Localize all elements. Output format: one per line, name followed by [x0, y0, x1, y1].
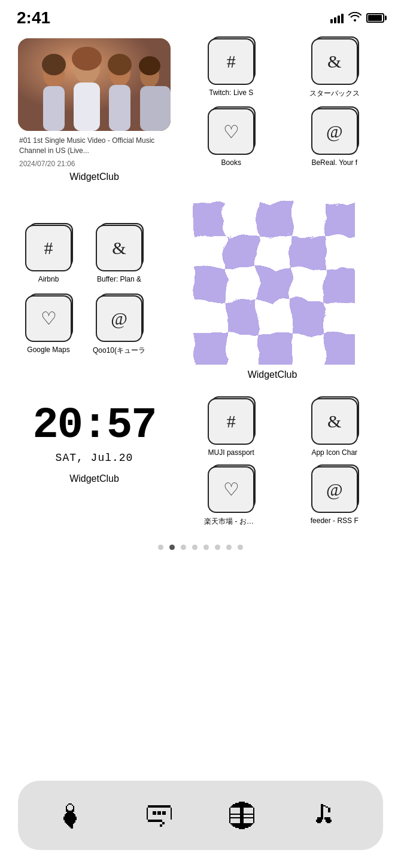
- svg-rect-59: [148, 820, 162, 822]
- svg-rect-23: [190, 266, 223, 299]
- page-dot-4[interactable]: [203, 545, 209, 550]
- svg-rect-61: [160, 824, 162, 827]
- app-label-bereal: BeReal. Your f: [311, 158, 357, 167]
- svg-rect-4: [74, 82, 100, 131]
- svg-rect-42: [73, 806, 74, 809]
- svg-rect-39: [67, 805, 68, 806]
- video-widget-label: WidgetClub: [18, 172, 171, 182]
- svg-point-12: [139, 56, 160, 75]
- video-widget[interactable]: #01 1st Single Music Video - Official Mu…: [18, 38, 171, 182]
- app-item-starbucks[interactable]: & スターバックス: [286, 38, 384, 99]
- app-icon-buffer[interactable]: &: [96, 225, 142, 271]
- app-icon-airbnb[interactable]: #: [25, 225, 72, 271]
- svg-rect-53: [68, 825, 73, 826]
- video-date: 2024/07/20 21:06: [19, 160, 169, 168]
- svg-rect-37: [322, 332, 355, 365]
- app-label-muji: MUJI passport: [208, 448, 254, 457]
- svg-rect-34: [223, 332, 256, 365]
- app-icon-muji[interactable]: #: [208, 398, 254, 445]
- svg-point-11: [108, 54, 132, 75]
- video-description: #01 1st Single Music Video - Official Mu…: [19, 136, 169, 156]
- dock: [18, 781, 383, 850]
- svg-rect-24: [223, 266, 256, 299]
- app-icon-bereal[interactable]: @: [311, 108, 358, 155]
- svg-rect-26: [289, 266, 322, 299]
- svg-rect-19: [223, 233, 256, 266]
- svg-rect-16: [289, 200, 322, 233]
- page-dot-6[interactable]: [226, 545, 232, 550]
- svg-rect-18: [190, 233, 223, 266]
- page-dots: [0, 545, 401, 550]
- svg-rect-17: [322, 200, 355, 233]
- checkerboard-widget[interactable]: WidgetClub: [162, 200, 383, 380]
- svg-rect-52: [67, 824, 73, 825]
- dock-safari[interactable]: [218, 791, 266, 839]
- svg-rect-71: [253, 808, 254, 823]
- video-thumbnail: [18, 38, 171, 131]
- dock-phone[interactable]: [53, 791, 101, 839]
- svg-rect-49: [63, 817, 77, 820]
- svg-rect-28: [190, 299, 223, 332]
- app-item-rakuten[interactable]: ♡ 楽天市場 - お買い: [183, 466, 280, 527]
- app-item-airbnb[interactable]: # Airbnb: [18, 225, 79, 283]
- status-icons: [330, 12, 384, 25]
- app-icon-twitch[interactable]: #: [208, 38, 254, 85]
- video-info: #01 1st Single Music Video - Official Mu…: [18, 131, 171, 168]
- app-icon-maps[interactable]: ♡: [25, 295, 72, 342]
- svg-rect-47: [66, 813, 74, 814]
- svg-rect-54: [69, 826, 73, 827]
- app-icon-feeder[interactable]: @: [311, 466, 358, 513]
- svg-rect-91: [327, 822, 330, 823]
- svg-rect-8: [140, 86, 171, 131]
- svg-rect-31: [289, 299, 322, 332]
- svg-rect-43: [66, 809, 68, 812]
- svg-rect-65: [239, 802, 245, 803]
- app-item-bereal[interactable]: @ BeReal. Your f: [286, 108, 384, 167]
- app-label-buffer: Buffer: Plan &: [97, 275, 141, 283]
- clock-widget[interactable]: 20:57 SAT, Jul.20 WidgetClub: [18, 398, 171, 484]
- app-icon-qoo10[interactable]: @: [96, 295, 142, 342]
- app-item-muji[interactable]: # MUJI passport: [183, 398, 280, 457]
- app-item-maps[interactable]: ♡ Google Maps: [18, 295, 79, 356]
- page-dot-5[interactable]: [215, 545, 220, 550]
- clock-label: WidgetClub: [69, 473, 119, 484]
- app-grid-section3: # MUJI passport & App Icon Char ♡ 楽天市場 -…: [183, 398, 383, 527]
- svg-rect-84: [328, 809, 330, 812]
- app-item-qoo10[interactable]: @ Qoo10(キューラ: [89, 295, 150, 356]
- app-icon-rakuten[interactable]: ♡: [208, 466, 254, 513]
- chat-icon: [144, 800, 174, 830]
- app-item-twitch[interactable]: # Twitch: Live S: [183, 38, 280, 99]
- app-item-buffer[interactable]: & Buffer: Plan &: [89, 225, 150, 283]
- app-item-appicon[interactable]: & App Icon Char: [286, 398, 384, 457]
- dock-messages[interactable]: [135, 791, 183, 839]
- section1: #01 1st Single Music Video - Official Mu…: [18, 38, 383, 182]
- app-icon-appicon[interactable]: &: [311, 398, 358, 445]
- checkerboard-label: WidgetClub: [248, 369, 297, 380]
- page-dot-7[interactable]: [238, 545, 243, 550]
- svg-rect-33: [190, 332, 223, 365]
- svg-point-9: [42, 54, 66, 75]
- app-grid-section1: # Twitch: Live S & スターバックス ♡ Books @: [183, 38, 383, 167]
- svg-rect-13: [190, 200, 223, 233]
- dock-music[interactable]: [300, 791, 348, 839]
- page-dot-2[interactable]: [181, 545, 186, 550]
- page-dot-0[interactable]: [158, 545, 163, 550]
- page-dot-1[interactable]: [169, 545, 175, 550]
- svg-rect-60: [162, 822, 165, 824]
- svg-rect-15: [256, 200, 289, 233]
- clock-time: 20:57: [32, 404, 156, 447]
- svg-rect-75: [235, 827, 248, 828]
- page-dot-3[interactable]: [192, 545, 198, 550]
- app-item-feeder[interactable]: @ feeder - RSS F: [286, 466, 384, 527]
- svg-rect-62: [153, 811, 156, 815]
- svg-rect-29: [223, 299, 256, 332]
- svg-rect-25: [256, 266, 289, 299]
- svg-rect-64: [162, 811, 166, 815]
- svg-rect-6: [109, 85, 130, 131]
- svg-rect-58: [171, 808, 172, 820]
- app-icon-starbucks[interactable]: &: [311, 38, 358, 85]
- svg-rect-40: [72, 805, 73, 806]
- section2: # Airbnb & Buffer: Plan & ♡ Google Maps …: [18, 200, 383, 380]
- app-item-books[interactable]: ♡ Books: [183, 108, 280, 167]
- app-icon-books[interactable]: ♡: [208, 108, 254, 155]
